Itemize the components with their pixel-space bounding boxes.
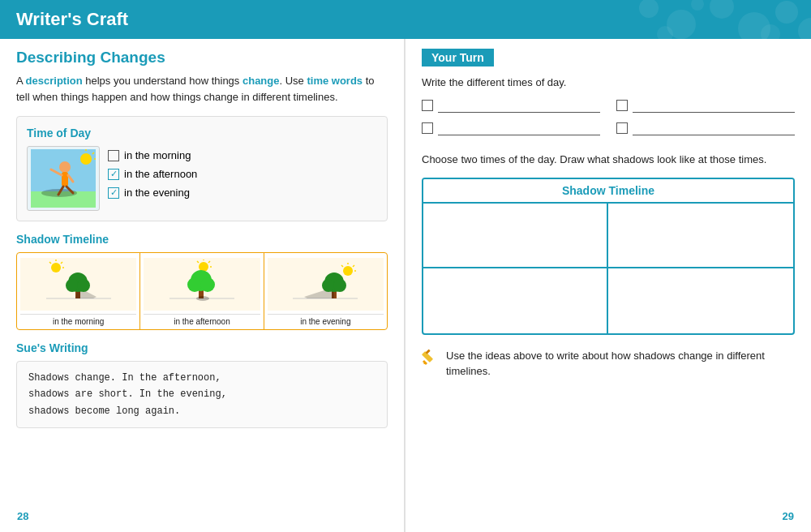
time-of-day-box: Time of Day (16, 116, 388, 221)
shadow-label-morning: in the morning (20, 314, 136, 326)
shadow-cell-morning: in the morning (17, 253, 140, 329)
svg-point-48 (343, 266, 353, 276)
your-turn-label: Your Turn (422, 49, 494, 66)
svg-point-8 (761, 24, 780, 39)
draw-grid (423, 204, 793, 333)
svg-point-32 (66, 279, 79, 292)
svg-point-4 (775, 1, 798, 24)
page-number-left: 28 (12, 508, 33, 524)
checkbox-afternoon: ✓ in the afternoon (108, 168, 197, 180)
header-bar: Writer's Craft (0, 0, 811, 39)
write-instruction: Write the different times of day. (422, 76, 795, 88)
svg-point-5 (798, 18, 811, 39)
page-number-right: 29 (778, 508, 799, 524)
write-line-4 (633, 121, 795, 135)
choose-instruction: Choose two times of the day. Draw what s… (422, 152, 795, 168)
tod-checkboxes: in the morning ✓ in the afternoon ✓ in t… (108, 146, 197, 199)
pencil-icon (422, 348, 440, 372)
tod-image (27, 146, 100, 211)
draw-cell-1 (423, 204, 608, 268)
header-title: Writer's Craft (16, 9, 128, 30)
svg-point-45 (200, 277, 215, 292)
svg-marker-60 (423, 360, 427, 365)
svg-point-0 (639, 0, 659, 18)
pencil-instruction-text: Use the ideas above to write about how s… (446, 348, 795, 380)
write-checkbox-empty-4 (616, 122, 628, 134)
svg-point-7 (691, 0, 704, 11)
svg-point-1 (667, 10, 696, 39)
highlight-change: change (242, 75, 280, 87)
time-of-day-inner: in the morning ✓ in the afternoon ✓ in t… (27, 146, 377, 211)
write-checkbox-3 (422, 121, 600, 135)
right-page: Your Turn Write the different times of d… (406, 0, 811, 532)
highlight-time-words: time words (307, 75, 363, 87)
write-checkbox-empty-3 (422, 122, 433, 134)
shadow-timeline-draw-title: Shadow Timeline (423, 179, 793, 204)
write-line-2 (633, 98, 795, 113)
draw-cell-2 (608, 204, 793, 268)
sues-writing-box: Shadows change. In the afternoon, shadow… (16, 361, 388, 428)
left-page: Describing Changes A description helps y… (0, 0, 406, 532)
highlight-description: description (26, 75, 83, 87)
shadow-label-evening: in the evening (268, 314, 384, 326)
checkbox-empty-morning (108, 150, 119, 161)
shadow-image-evening (268, 258, 384, 311)
checkbox-label-afternoon: in the afternoon (124, 168, 197, 180)
write-checkbox-2 (616, 98, 795, 113)
write-checkboxes-grid (422, 98, 795, 135)
section-title: Describing Changes (16, 49, 388, 66)
write-checkbox-empty-2 (616, 100, 628, 111)
checkbox-evening: ✓ in the evening (108, 187, 197, 199)
shadow-cell-evening: in the evening (264, 253, 387, 329)
shadow-label-afternoon: in the afternoon (144, 314, 260, 326)
checkbox-label-evening: in the evening (124, 187, 190, 199)
svg-point-6 (657, 26, 673, 39)
svg-point-18 (80, 153, 92, 165)
sues-writing-title: Sue's Writing (16, 341, 388, 354)
checkbox-morning: in the morning (108, 149, 197, 161)
svg-point-57 (333, 279, 346, 292)
write-checkbox-4 (616, 121, 795, 135)
checkbox-label-morning: in the morning (124, 149, 191, 161)
checkbox-checked-afternoon: ✓ (108, 169, 119, 180)
svg-point-24 (51, 263, 61, 272)
shadow-timeline-section: Shadow Timeline (16, 233, 388, 330)
draw-cell-3 (423, 268, 608, 333)
svg-point-42 (196, 296, 209, 301)
shadow-timeline-subtitle: Shadow Timeline (16, 233, 388, 246)
svg-point-3 (738, 12, 770, 39)
shadow-cell-afternoon: in the afternoon (140, 253, 264, 329)
write-checkbox-1 (422, 98, 600, 113)
write-line-1 (438, 98, 600, 113)
svg-point-2 (710, 0, 734, 19)
draw-cell-4 (608, 268, 793, 333)
book-spread: Writer's Craft Describing Changes A desc… (0, 0, 811, 532)
time-of-day-title: Time of Day (27, 127, 377, 139)
svg-point-33 (77, 279, 90, 292)
svg-rect-13 (62, 172, 68, 187)
shadow-timeline-box: in the morning (16, 252, 388, 330)
svg-point-44 (187, 277, 202, 292)
your-turn-badge: Your Turn (422, 49, 795, 76)
shadow-image-afternoon (144, 258, 260, 311)
write-line-3 (438, 121, 600, 135)
pencil-instruction: Use the ideas above to write about how s… (422, 348, 795, 380)
shadow-image-morning (20, 258, 136, 311)
svg-point-12 (59, 161, 71, 173)
write-checkbox-empty-1 (422, 100, 433, 111)
svg-point-56 (322, 279, 335, 292)
sues-writing-section: Sue's Writing Shadows change. In the aft… (16, 341, 388, 428)
checkbox-checked-evening: ✓ (108, 187, 119, 199)
sues-writing-text: Shadows change. In the afternoon, shadow… (28, 370, 375, 419)
intro-text: A description helps you understand how t… (16, 73, 388, 105)
shadow-timeline-draw-box: Shadow Timeline (422, 178, 795, 335)
